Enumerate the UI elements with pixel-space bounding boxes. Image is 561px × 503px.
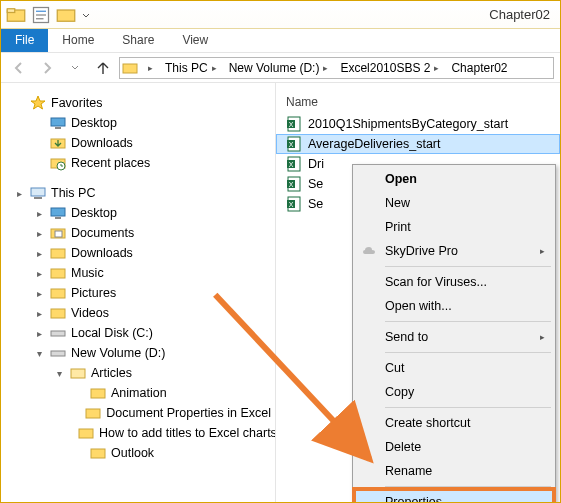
ctx-scan[interactable]: Scan for Viruses... [355, 270, 553, 294]
svg-rect-7 [123, 64, 137, 73]
svg-rect-26 [71, 369, 85, 378]
ctx-open[interactable]: Open [355, 167, 553, 191]
nav-recent-button[interactable] [63, 56, 87, 80]
documents-icon [50, 225, 66, 241]
folder-icon [122, 60, 138, 76]
ctx-cut[interactable]: Cut [355, 356, 553, 380]
tree-pc-music[interactable]: ▸Music [33, 263, 271, 283]
svg-text:X: X [289, 141, 294, 148]
svg-rect-17 [55, 217, 61, 219]
svg-rect-19 [55, 231, 62, 237]
excel-icon: X [286, 136, 302, 152]
nav-forward-button[interactable] [35, 56, 59, 80]
tree-art-outlook[interactable]: Outlook [73, 443, 271, 463]
folder-open-icon [70, 365, 86, 381]
svg-text:X: X [289, 121, 294, 128]
folder-location-button[interactable] [5, 4, 27, 26]
tree-pc-localdisk[interactable]: ▸Local Disk (C:) [33, 323, 271, 343]
ctx-print[interactable]: Print [355, 215, 553, 239]
ctx-copy[interactable]: Copy [355, 380, 553, 404]
qat-customize-button[interactable] [80, 4, 92, 26]
file-row[interactable]: X2010Q1ShipmentsByCategory_start [276, 114, 560, 134]
tree-pc-documents[interactable]: ▸Documents [33, 223, 271, 243]
desktop-icon [50, 205, 66, 221]
tree-fav-downloads[interactable]: Downloads [33, 133, 271, 153]
separator [385, 407, 551, 408]
tree-art-animation[interactable]: Animation [73, 383, 271, 403]
breadcrumb-excelsbs[interactable]: Excel2010SBS 2▸ [334, 58, 445, 78]
ctx-sendto[interactable]: Send to▸ [355, 325, 553, 349]
nav-up-button[interactable] [91, 56, 115, 80]
svg-text:X: X [289, 161, 294, 168]
ribbon-tabs: File Home Share View [1, 29, 560, 53]
svg-rect-24 [51, 331, 65, 336]
window-title: Chapter02 [489, 7, 556, 22]
tree-fav-recent[interactable]: Recent places [33, 153, 271, 173]
tab-home[interactable]: Home [48, 29, 108, 52]
svg-rect-25 [51, 351, 65, 356]
context-menu: Open New Print SkyDrive Pro▸ Scan for Vi… [352, 164, 556, 503]
separator [385, 486, 551, 487]
ctx-new[interactable]: New [355, 191, 553, 215]
tab-file[interactable]: File [1, 29, 48, 52]
ctx-delete[interactable]: Delete [355, 435, 553, 459]
new-folder-button[interactable] [55, 4, 77, 26]
breadcrumb-root-chevron[interactable]: ▸ [138, 58, 159, 78]
properties-button[interactable] [30, 4, 52, 26]
submenu-arrow-icon: ▸ [540, 246, 545, 256]
title-bar: Chapter02 [1, 1, 560, 29]
tree-pc-videos[interactable]: ▸Videos [33, 303, 271, 323]
address-bar: ▸ This PC▸ New Volume (D:)▸ Excel2010SBS… [1, 53, 560, 83]
svg-marker-8 [31, 96, 45, 109]
breadcrumb[interactable]: ▸ This PC▸ New Volume (D:)▸ Excel2010SBS… [119, 57, 554, 79]
downloads-icon [50, 245, 66, 261]
svg-rect-6 [57, 10, 75, 21]
tab-share[interactable]: Share [108, 29, 168, 52]
svg-rect-29 [79, 429, 93, 438]
tree-pc-desktop[interactable]: ▸Desktop [33, 203, 271, 223]
quick-access-toolbar [5, 4, 92, 26]
tree-pc-newvolume[interactable]: ▾New Volume (D:) [33, 343, 271, 363]
tree-pc-pictures[interactable]: ▸Pictures [33, 283, 271, 303]
folder-icon [85, 405, 101, 421]
svg-rect-30 [91, 449, 105, 458]
svg-rect-28 [86, 409, 100, 418]
separator [385, 352, 551, 353]
folder-icon [78, 425, 94, 441]
svg-rect-27 [91, 389, 105, 398]
svg-text:X: X [289, 181, 294, 188]
tree-art-titles[interactable]: How to add titles to Excel charts [73, 423, 271, 443]
ctx-rename[interactable]: Rename [355, 459, 553, 483]
excel-icon: X [286, 156, 302, 172]
breadcrumb-chapter02[interactable]: Chapter02 [445, 58, 513, 78]
tree-art-docprops[interactable]: Document Properties in Excel [73, 403, 271, 423]
file-row-selected[interactable]: XAverageDeliveries_start [276, 134, 560, 154]
tree-favorites[interactable]: Favorites [13, 93, 271, 113]
svg-rect-20 [51, 249, 65, 258]
breadcrumb-newvolume[interactable]: New Volume (D:)▸ [223, 58, 335, 78]
column-header-name[interactable]: Name [276, 91, 560, 114]
tree-thispc[interactable]: ▸This PC [13, 183, 271, 203]
tab-view[interactable]: View [168, 29, 222, 52]
drive-icon [50, 325, 66, 341]
breadcrumb-thispc[interactable]: This PC▸ [159, 58, 223, 78]
separator [385, 321, 551, 322]
svg-rect-15 [34, 197, 42, 199]
ctx-properties[interactable]: Properties [355, 490, 553, 503]
svg-text:X: X [289, 201, 294, 208]
music-icon [50, 265, 66, 281]
tree-articles[interactable]: ▾Articles [53, 363, 271, 383]
excel-icon: X [286, 116, 302, 132]
nav-back-button[interactable] [7, 56, 31, 80]
navigation-tree[interactable]: Favorites Desktop Downloads Recent place… [1, 83, 276, 502]
ctx-shortcut[interactable]: Create shortcut [355, 411, 553, 435]
tree-fav-desktop[interactable]: Desktop [33, 113, 271, 133]
ctx-openwith[interactable]: Open with... [355, 294, 553, 318]
separator [385, 266, 551, 267]
tree-pc-downloads[interactable]: ▸Downloads [33, 243, 271, 263]
videos-icon [50, 305, 66, 321]
drive-icon [50, 345, 66, 361]
ctx-skydrive[interactable]: SkyDrive Pro▸ [355, 239, 553, 263]
excel-icon: X [286, 196, 302, 212]
svg-rect-21 [51, 269, 65, 278]
